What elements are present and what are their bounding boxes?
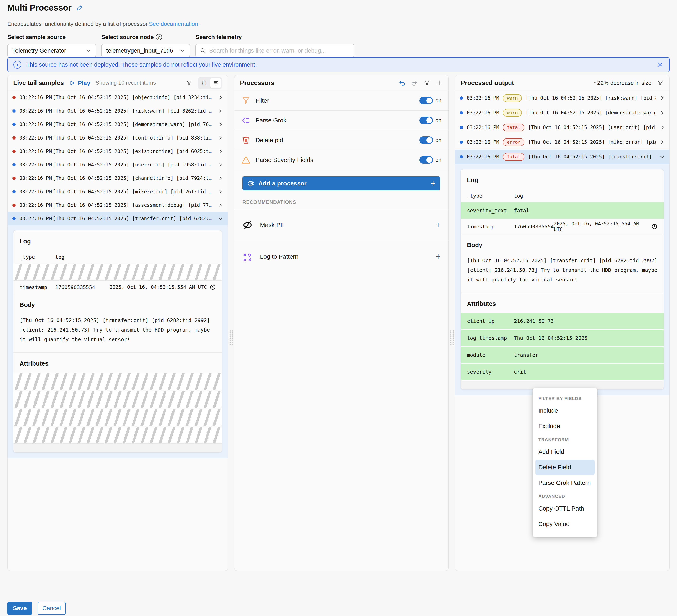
- type-row: _typelog: [13, 251, 222, 264]
- warning-triangle-icon: [241, 155, 251, 165]
- undo-button[interactable]: [398, 79, 406, 87]
- chevron-right-icon: [218, 176, 223, 181]
- processor-row-filter[interactable]: Filter on: [234, 91, 448, 111]
- panel-resize-handle[interactable]: [229, 329, 233, 345]
- filter-toggle[interactable]: [419, 97, 433, 104]
- cancel-button[interactable]: Cancel: [38, 602, 66, 615]
- filter-output-button[interactable]: [657, 80, 664, 86]
- chip-icon: [247, 180, 254, 187]
- live-tail-row[interactable]: 03:22:16 PM[Thu Oct 16 04:52:15 2025] [e…: [7, 145, 228, 158]
- source-node-select[interactable]: telemetrygen_input_71d6: [101, 44, 190, 57]
- menu-item-add-field[interactable]: Add Field: [533, 444, 597, 459]
- menu-item-copy-ottl-path[interactable]: Copy OTTL Path: [533, 501, 597, 516]
- chevron-right-icon: [218, 108, 223, 114]
- deploy-warning-banner: i This source has not been deployed. The…: [7, 57, 670, 72]
- recommendations-label: RECOMMENDATIONS: [242, 199, 440, 205]
- redo-icon: [411, 79, 418, 87]
- play-button[interactable]: Play: [69, 80, 90, 86]
- output-row-selected[interactable]: 03:22:16 PM fatal [Thu Oct 16 04:52:15 2…: [455, 149, 670, 164]
- output-row[interactable]: 03:22:16 PM warn [Thu Oct 16 04:52:15 20…: [455, 91, 670, 105]
- eye-off-icon: [242, 219, 253, 230]
- output-row[interactable]: 03:22:16 PM fatal [Thu Oct 16 04:52:15 2…: [455, 120, 670, 135]
- live-tail-row[interactable]: 03:22:16 PM[Thu Oct 16 04:52:15 2025] [o…: [7, 91, 228, 104]
- plus-icon: +: [431, 179, 435, 188]
- play-icon: [69, 80, 75, 86]
- funnel-icon: [657, 80, 664, 86]
- processors-title: Processors: [240, 79, 274, 87]
- sample-source-select[interactable]: Telemetry Generator: [7, 44, 96, 57]
- save-button[interactable]: Save: [7, 602, 32, 615]
- redacted-attributes: [13, 373, 222, 444]
- live-tail-row[interactable]: 03:22:16 PM[Thu Oct 16 04:52:15 2025] [r…: [7, 104, 228, 118]
- chevron-right-icon: [218, 122, 223, 127]
- menu-item-parse-grok-pattern[interactable]: Parse Grok Pattern: [533, 475, 597, 491]
- close-banner-button[interactable]: [657, 61, 664, 68]
- output-row[interactable]: 03:22:16 PM warn [Thu Oct 16 04:52:15 20…: [455, 105, 670, 120]
- footer-actions: Save Cancel: [7, 602, 66, 615]
- severity-dot: [460, 96, 463, 100]
- chevron-right-icon: [660, 140, 665, 145]
- body-text: [Thu Oct 16 04:52:15 2025] [transfer:cri…: [461, 254, 664, 293]
- plus-icon[interactable]: +: [436, 220, 441, 230]
- severity-dot: [12, 177, 16, 180]
- live-tail-row[interactable]: 03:22:16 PM[Thu Oct 16 04:52:15 2025] [a…: [7, 199, 228, 212]
- chevron-right-icon: [218, 162, 223, 167]
- menu-item-delete-field[interactable]: Delete Field: [536, 459, 595, 475]
- source-node-label: Select source node: [101, 34, 154, 40]
- menu-item-copy-value[interactable]: Copy Value: [533, 516, 597, 532]
- live-tail-row[interactable]: 03:22:16 PM[Thu Oct 16 04:52:15 2025] [c…: [7, 172, 228, 185]
- attribute-row[interactable]: severitycrit: [461, 364, 664, 380]
- log-section-title: Log: [461, 169, 664, 189]
- attribute-row[interactable]: client_ip216.241.50.73: [461, 313, 664, 329]
- body-section-title: Body: [13, 294, 222, 314]
- parse-grok-toggle[interactable]: [419, 117, 433, 124]
- processor-row-parse-severity[interactable]: Parse Severity Fields on: [234, 150, 448, 170]
- severity-dot: [12, 217, 16, 220]
- json-view-button[interactable]: {}: [199, 78, 210, 88]
- edit-title-button[interactable]: [76, 4, 83, 11]
- filter-samples-button[interactable]: [186, 80, 193, 86]
- plus-icon: [436, 80, 443, 86]
- attribute-row[interactable]: moduletransfer: [461, 347, 664, 363]
- recommendation-mask-pii[interactable]: Mask PII +: [234, 209, 448, 241]
- sample-source-value: Telemetry Generator: [12, 47, 66, 54]
- processed-output-title: Processed output: [461, 79, 514, 87]
- body-text: [Thu Oct 16 04:52:15 2025] [transfer:cri…: [13, 314, 222, 352]
- plus-icon[interactable]: +: [436, 252, 441, 262]
- help-icon[interactable]: ?: [156, 34, 162, 40]
- redacted-row: [13, 264, 222, 281]
- showing-count: Showing 10 recent items: [96, 80, 156, 86]
- severity-badge: warn: [503, 109, 522, 117]
- undo-icon: [398, 79, 406, 87]
- add-processor-icon-button[interactable]: [436, 80, 443, 86]
- delete-pid-toggle[interactable]: [419, 136, 433, 144]
- recommendation-log-to-pattern[interactable]: Log to Pattern +: [234, 241, 448, 272]
- live-tail-row-selected[interactable]: 03:22:16 PM[Thu Oct 16 04:52:15 2025] [t…: [7, 212, 228, 225]
- processors-panel: Processors Filter: [234, 75, 449, 571]
- list-view-button[interactable]: [211, 78, 221, 88]
- add-processor-button[interactable]: Add a processor +: [242, 176, 440, 190]
- processor-row-parse-grok[interactable]: Parse Grok on: [234, 111, 448, 130]
- search-telemetry-label: Search telemetry: [196, 34, 242, 40]
- parse-severity-toggle[interactable]: [419, 156, 433, 164]
- live-tail-row[interactable]: 03:22:16 PM[Thu Oct 16 04:52:15 2025] [c…: [7, 131, 228, 145]
- live-tail-row[interactable]: 03:22:16 PM[Thu Oct 16 04:52:15 2025] [u…: [7, 158, 228, 172]
- severity-dot: [12, 96, 16, 99]
- severity-dot: [12, 150, 16, 153]
- processor-row-delete-pid[interactable]: Delete pid on: [234, 130, 448, 150]
- severity-badge: error: [503, 138, 525, 146]
- live-tail-row[interactable]: 03:22:16 PM[Thu Oct 16 04:52:15 2025] [m…: [7, 185, 228, 199]
- severity-dot: [12, 123, 16, 126]
- filter-processors-button[interactable]: [423, 80, 431, 86]
- panel-resize-handle[interactable]: [449, 329, 454, 345]
- see-documentation-link[interactable]: See documentation.: [149, 21, 199, 27]
- source-node-value: telemetrygen_input_71d6: [106, 47, 173, 54]
- menu-item-exclude[interactable]: Exclude: [533, 419, 597, 434]
- severity-text-row[interactable]: severity_textfatal: [461, 202, 664, 219]
- redo-button[interactable]: [411, 79, 418, 87]
- menu-item-include[interactable]: Include: [533, 403, 597, 419]
- attribute-row[interactable]: log_timestampThu Oct 16 04:52:15 2025: [461, 330, 664, 346]
- search-input[interactable]: [209, 47, 350, 54]
- live-tail-row[interactable]: 03:22:16 PM[Thu Oct 16 04:52:15 2025] [d…: [7, 118, 228, 131]
- output-row[interactable]: 03:22:16 PM error [Thu Oct 16 04:52:15 2…: [455, 135, 670, 149]
